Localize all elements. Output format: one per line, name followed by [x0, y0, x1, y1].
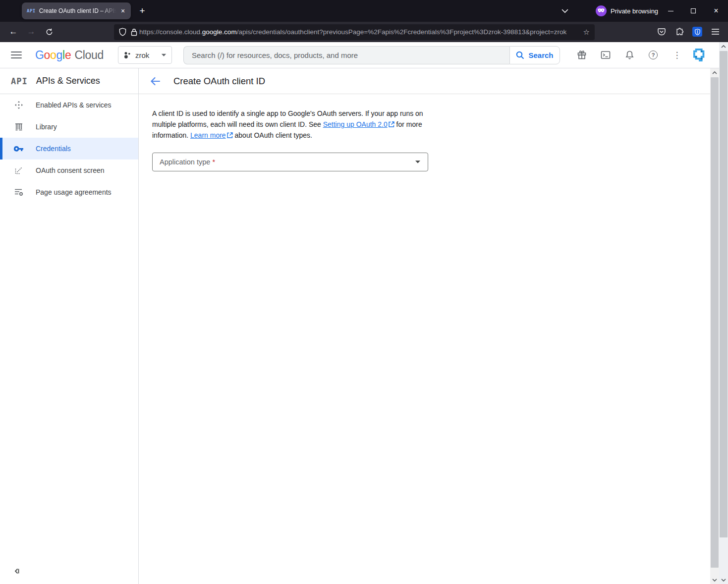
tab-favicon-api-icon: API [27, 8, 36, 13]
connection-lock-icon[interactable] [131, 28, 137, 36]
scrollbar-thumb[interactable] [720, 51, 728, 537]
back-arrow-icon[interactable] [150, 77, 161, 86]
scroll-up-icon[interactable] [719, 42, 728, 51]
scroll-up-icon[interactable] [710, 68, 719, 77]
tab-title: Create OAuth client ID – APIs & [39, 7, 118, 14]
scroll-down-icon[interactable] [719, 576, 728, 584]
private-browsing-mask-icon [596, 5, 607, 16]
gift-free-credits-icon[interactable] [574, 47, 590, 63]
window-minimize-button[interactable] [663, 5, 678, 16]
sidebar-item-label: Credentials [36, 145, 71, 153]
url-text: https://console.cloud.google.com/apis/cr… [139, 28, 579, 36]
application-type-label: Application type [160, 158, 212, 166]
project-caret-down-icon [161, 53, 167, 57]
browser-forward-button[interactable]: → [24, 25, 39, 39]
page-title: Create OAuth client ID [173, 76, 265, 87]
application-type-select[interactable]: Application type * [152, 153, 428, 171]
bookmark-star-icon[interactable]: ☆ [583, 28, 590, 37]
sidebar-item-page-usage[interactable]: Page usage agreements [0, 181, 138, 203]
search-button[interactable]: Search [509, 46, 560, 64]
new-tab-button[interactable]: + [136, 4, 149, 17]
search-input[interactable] [192, 51, 502, 59]
help-icon[interactable]: ? [645, 47, 661, 63]
window-scrollbar[interactable] [719, 42, 728, 584]
sidebar-item-library[interactable]: Library [0, 116, 138, 138]
api-logo-icon: API [11, 76, 28, 86]
sidebar-item-enabled-apis[interactable]: Enabled APIs & services [0, 94, 138, 116]
project-icon [123, 51, 132, 59]
avatar[interactable] [692, 47, 708, 63]
sidebar-item-label: Library [36, 123, 57, 131]
external-link-icon [389, 121, 394, 127]
project-selector[interactable]: zrok [118, 46, 172, 64]
select-caret-down-icon [415, 160, 421, 164]
sidebar-item-label: Enabled APIs & services [36, 101, 112, 109]
learn-more-link[interactable]: Learn more [190, 131, 233, 139]
sidebar-header: API APIs & Services [0, 68, 138, 94]
oauth-consent-icon [14, 166, 24, 174]
sidebar-item-oauth-consent[interactable]: OAuth consent screen [0, 159, 138, 181]
key-icon [14, 146, 24, 152]
sidebar-title: APIs & Services [36, 76, 100, 86]
url-bar[interactable]: https://console.cloud.google.com/apis/cr… [114, 24, 595, 40]
content-scrollbar[interactable] [710, 68, 719, 584]
scroll-down-icon[interactable] [710, 576, 719, 584]
library-icon [14, 123, 24, 131]
bitwarden-shield-extension-icon[interactable] [690, 25, 705, 39]
enabled-apis-icon [14, 101, 24, 109]
browser-back-button[interactable]: ← [6, 25, 21, 39]
private-browsing-label: Private browsing [611, 7, 658, 15]
sidebar-item-label: OAuth consent screen [36, 166, 105, 174]
extensions-puzzle-icon[interactable] [672, 25, 687, 39]
browser-reload-icon[interactable] [42, 25, 56, 39]
cloud-shell-terminal-icon[interactable] [598, 47, 614, 63]
notifications-bell-icon[interactable] [621, 47, 637, 63]
main-content: Create OAuth client ID A client ID is us… [139, 68, 710, 584]
tab-close-icon[interactable]: × [118, 6, 128, 16]
app-menu-hamburger-icon[interactable] [708, 25, 723, 39]
private-browsing-badge: Private browsing [596, 5, 658, 17]
tracking-protection-shield-icon[interactable] [119, 28, 126, 36]
project-name: zrok [135, 51, 158, 59]
window-maximize-button[interactable] [685, 5, 701, 16]
collapse-sidebar-icon[interactable] [13, 567, 21, 575]
browser-tab[interactable]: API Create OAuth client ID – APIs & × [22, 2, 131, 19]
external-link-icon [227, 132, 233, 138]
page-usage-agreements-icon [14, 188, 24, 196]
more-options-kebab-icon[interactable]: ⋮ [669, 47, 685, 63]
search-icon [516, 51, 524, 59]
sidebar-item-credentials[interactable]: Credentials [0, 138, 138, 159]
scrollbar-thumb[interactable] [711, 77, 719, 568]
sidebar-item-label: Page usage agreements [36, 188, 112, 196]
pocket-icon[interactable] [654, 25, 669, 39]
gcp-header: GoogleCloud zrok Search ? ⋮ [0, 42, 728, 68]
browser-toolbar: ← → https://console.cloud.google.com/api… [0, 22, 728, 42]
window-close-button[interactable]: × [708, 5, 724, 16]
page-header: Create OAuth client ID [139, 68, 710, 94]
gcp-nav-hamburger-icon[interactable] [11, 50, 22, 60]
description-text: A client ID is used to identify a single… [152, 108, 428, 141]
google-cloud-logo[interactable]: GoogleCloud [35, 49, 104, 62]
browser-tab-bar: API Create OAuth client ID – APIs & × + … [0, 0, 728, 22]
gcp-search-bar[interactable] [183, 46, 509, 64]
required-asterisk: * [212, 158, 215, 166]
list-all-tabs-chevron-down-icon[interactable] [558, 5, 572, 16]
setting-up-oauth-link[interactable]: Setting up OAuth 2.0 [323, 120, 394, 128]
sidebar: API APIs & Services Enabled APIs & servi… [0, 68, 139, 584]
